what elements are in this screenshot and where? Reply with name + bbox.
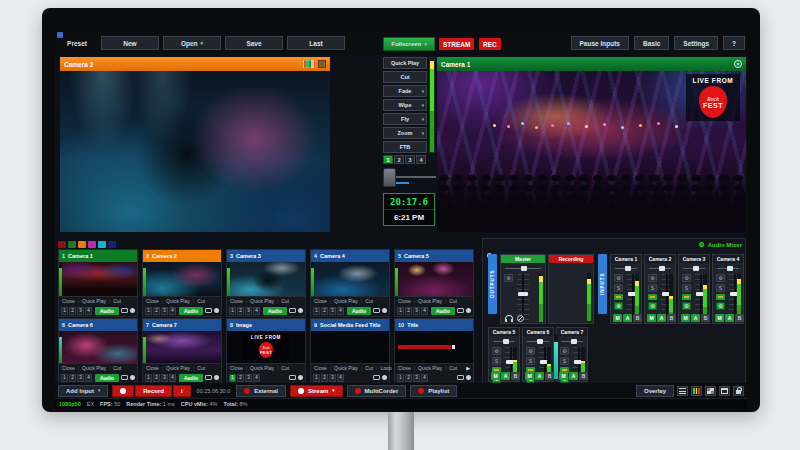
bank-1-button[interactable]: 1 — [313, 374, 320, 382]
close-button[interactable]: Close — [146, 298, 159, 304]
bus-m-button[interactable]: M — [559, 372, 568, 380]
bank-4-button[interactable]: 4 — [253, 307, 260, 315]
cut-button[interactable]: Cut — [449, 298, 457, 304]
quick-play-button[interactable]: Quick Play — [334, 298, 358, 304]
transition-bank-3[interactable]: 3 — [405, 155, 415, 164]
quick-play-button[interactable]: Quick Play — [250, 298, 274, 304]
toolbar-pause-inputs-button[interactable]: Pause Inputs — [571, 36, 629, 50]
quick-play-button[interactable]: Quick Play — [166, 298, 190, 304]
gear-icon[interactable]: ⚙ — [682, 302, 691, 310]
audio-bars-icon[interactable] — [691, 386, 702, 396]
input-thumbnail[interactable] — [227, 262, 305, 296]
gear-icon[interactable]: ⚙ — [716, 302, 725, 310]
toolbar-new-button[interactable]: New — [101, 36, 159, 50]
bus-m-button[interactable]: M — [491, 372, 500, 380]
bank-4-button[interactable]: 4 — [337, 374, 344, 382]
input-title-bar[interactable]: 10Title — [395, 319, 473, 331]
gear-icon[interactable]: ⚙ — [560, 347, 569, 355]
bus-m-button[interactable]: M — [525, 372, 534, 380]
quick-play-button[interactable]: Quick Play — [166, 365, 190, 371]
bus-b-button[interactable]: B — [545, 372, 554, 380]
bus-a-button[interactable]: A — [535, 372, 544, 380]
bus-a-button[interactable]: A — [501, 372, 510, 380]
toolbar-preset-button[interactable]: Preset — [57, 36, 97, 50]
close-button[interactable]: Close — [230, 365, 243, 371]
bus-a-button[interactable]: A — [569, 372, 578, 380]
bank-1-button[interactable]: 1 — [61, 374, 68, 382]
bus-m-button[interactable]: M — [647, 314, 656, 322]
bank-4-button[interactable]: 4 — [421, 374, 428, 382]
record-dot-icon[interactable] — [466, 308, 471, 313]
bank-1-button[interactable]: 1 — [229, 307, 236, 315]
record-dot-icon[interactable] — [382, 375, 387, 380]
bus-a-button[interactable]: A — [725, 314, 734, 322]
solo-button[interactable]: S — [648, 284, 657, 292]
fullscreen-output-icon[interactable] — [373, 375, 380, 380]
bank-1-button[interactable]: 1 — [229, 374, 236, 382]
gear-icon[interactable]: ⚙ — [614, 274, 623, 282]
quick-play-button[interactable]: Quick Play — [250, 365, 274, 371]
lock-icon[interactable] — [733, 386, 744, 396]
bank-1-button[interactable]: 1 — [61, 307, 68, 315]
bus-m-button[interactable]: M — [715, 314, 724, 322]
fullscreen-output-icon[interactable] — [373, 308, 380, 313]
record-dot-icon[interactable] — [298, 308, 303, 313]
external-button[interactable]: External — [236, 385, 286, 397]
input-title-bar[interactable]: 4Camera 4 — [311, 250, 389, 262]
audio-button[interactable]: Audio — [95, 374, 119, 382]
record-dot-icon[interactable] — [466, 375, 471, 380]
close-button[interactable]: Close — [314, 365, 327, 371]
cut-button[interactable]: Cut — [281, 298, 289, 304]
audio-button[interactable]: Audio — [95, 307, 119, 315]
bank-4-button[interactable]: 4 — [169, 307, 176, 315]
bank-1-button[interactable]: 1 — [145, 374, 152, 382]
bus-a-button[interactable]: A — [657, 314, 666, 322]
gear-icon[interactable]: ⚙ — [504, 274, 513, 282]
audio-button[interactable]: Audio — [431, 307, 455, 315]
cut-button[interactable]: Cut — [197, 298, 205, 304]
pan-knob[interactable] — [693, 266, 699, 271]
pan-knob[interactable] — [659, 266, 665, 271]
input-thumbnail[interactable] — [143, 262, 221, 296]
color-bars-icon[interactable] — [303, 60, 315, 68]
cut-button[interactable]: Cut — [281, 365, 289, 371]
bank-2-button[interactable]: 2 — [321, 374, 328, 382]
record-dot-icon[interactable] — [214, 375, 219, 380]
input-thumbnail[interactable] — [143, 331, 221, 363]
gear-icon[interactable]: ⚙ — [682, 274, 691, 282]
close-button[interactable]: Close — [230, 298, 243, 304]
preview-video[interactable] — [60, 71, 330, 232]
bank-3-button[interactable]: 3 — [77, 307, 84, 315]
transition-bank-4[interactable]: 4 — [416, 155, 426, 164]
bank-1-button[interactable]: 1 — [145, 307, 152, 315]
cut-button[interactable]: Cut — [449, 365, 457, 371]
bank-3-button[interactable]: 3 — [329, 307, 336, 315]
bus-b-button[interactable]: B — [735, 314, 744, 322]
pan-knob[interactable] — [537, 339, 543, 344]
fullscreen-output-icon[interactable] — [121, 375, 128, 380]
inputs-tab[interactable]: INPUTS — [598, 254, 607, 314]
bank-2-button[interactable]: 2 — [237, 374, 244, 382]
playlist-button[interactable]: Playlist — [410, 385, 457, 397]
bank-3-button[interactable]: 3 — [413, 374, 420, 382]
input-title-bar[interactable]: 5Camera 5 — [395, 250, 473, 262]
pan-knob[interactable] — [503, 339, 509, 344]
input-title-bar[interactable]: 1Camera 1 — [59, 250, 137, 262]
input-title-bar[interactable]: 9Social Media Feed Title — [311, 319, 389, 331]
solo-button[interactable]: S — [492, 357, 501, 365]
toolbar-save-button[interactable]: Save — [225, 36, 283, 50]
transition-cut-button[interactable]: Cut — [383, 71, 427, 83]
input-title-bar[interactable]: 3Camera 3 — [227, 250, 305, 262]
bank-2-button[interactable]: 2 — [237, 307, 244, 315]
bus-b-button[interactable]: B — [633, 314, 642, 322]
program-video[interactable]: LIVE FROM Rock FEST — [437, 71, 746, 232]
gear-icon[interactable]: ⚙ — [614, 302, 623, 310]
category-color-tab-1[interactable] — [58, 241, 66, 248]
t-bar-fader[interactable] — [383, 168, 436, 188]
record-info-button[interactable]: i — [173, 385, 191, 397]
input-thumbnail[interactable]: LIVE FROMRockFEST — [227, 331, 305, 363]
fullscreen-output-icon[interactable] — [205, 308, 212, 313]
bus-m-button[interactable]: M — [681, 314, 690, 322]
pan-slider[interactable] — [493, 337, 515, 345]
preview-title-bar[interactable]: Camera 2 — [60, 57, 330, 71]
